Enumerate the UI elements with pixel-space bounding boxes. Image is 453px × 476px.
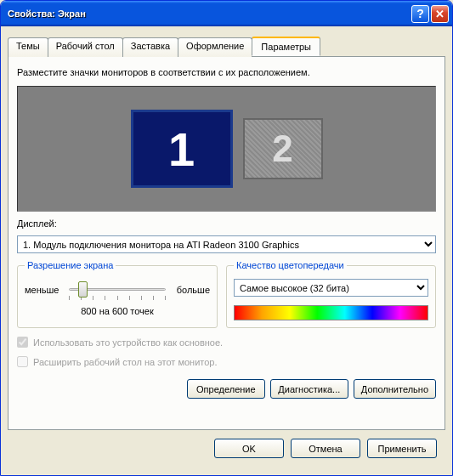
monitor-arrangement[interactable]: 1 2 — [17, 86, 436, 212]
resolution-legend: Разрешение экрана — [25, 260, 116, 270]
tab-screensaver[interactable]: Заставка — [122, 37, 178, 57]
resolution-value: 800 на 600 точек — [25, 306, 210, 316]
extend-desktop-check: Расширить рабочий стол на этот монитор. — [17, 356, 436, 367]
monitor-1[interactable]: 1 — [131, 110, 233, 188]
resolution-group: Разрешение экрана меньше больше 800 на 6… — [17, 260, 218, 328]
extend-checkbox — [17, 356, 28, 367]
resolution-less-label: меньше — [25, 285, 64, 295]
titlebar[interactable]: Свойства: Экран ? ✕ — [1, 1, 452, 26]
apply-button[interactable]: Применить — [367, 439, 437, 458]
identify-button[interactable]: Определение — [187, 379, 265, 399]
settings-panel: Разместите значки мониторов в соответств… — [8, 56, 445, 430]
color-spectrum — [234, 305, 428, 320]
resolution-more-label: больше — [171, 285, 210, 295]
display-select[interactable]: 1. Модуль подключения монитора на ATI Ra… — [17, 235, 436, 253]
help-icon[interactable]: ? — [411, 5, 429, 23]
groups: Разрешение экрана меньше больше 800 на 6… — [17, 260, 436, 328]
tab-appearance[interactable]: Оформление — [178, 37, 252, 57]
tabs: Темы Рабочий стол Заставка Оформление Па… — [8, 37, 445, 56]
window-title: Свойства: Экран — [8, 8, 410, 19]
close-icon[interactable]: ✕ — [431, 5, 449, 23]
quality-legend: Качество цветопередачи — [234, 260, 347, 270]
advanced-button[interactable]: Дополнительно — [354, 379, 436, 399]
display-properties-window: Свойства: Экран ? ✕ Темы Рабочий стол За… — [0, 0, 453, 476]
cancel-button[interactable]: Отмена — [291, 439, 360, 458]
instruction-text: Разместите значки мониторов в соответств… — [17, 67, 436, 77]
color-quality-select[interactable]: Самое высокое (32 бита) — [234, 279, 428, 297]
monitor-2[interactable]: 2 — [243, 118, 323, 179]
panel-buttons: Определение Диагностика... Дополнительно — [17, 379, 436, 399]
tab-themes[interactable]: Темы — [8, 37, 48, 57]
quality-group: Качество цветопередачи Самое высокое (32… — [226, 260, 436, 328]
tab-settings[interactable]: Параметры — [252, 37, 320, 56]
ok-button[interactable]: OK — [214, 439, 284, 458]
dialog-footer: OK Отмена Применить — [8, 430, 445, 468]
primary-display-check: Использовать это устройство как основное… — [17, 337, 436, 348]
slider-thumb[interactable] — [78, 281, 88, 298]
resolution-slider[interactable] — [69, 279, 166, 301]
tab-desktop[interactable]: Рабочий стол — [48, 37, 123, 57]
troubleshoot-button[interactable]: Диагностика... — [270, 379, 348, 399]
display-label: Дисплей: — [17, 218, 436, 229]
primary-checkbox — [17, 337, 28, 348]
client-area: Темы Рабочий стол Заставка Оформление Па… — [1, 26, 452, 475]
display-dropdown[interactable]: 1. Модуль подключения монитора на ATI Ra… — [17, 235, 436, 253]
